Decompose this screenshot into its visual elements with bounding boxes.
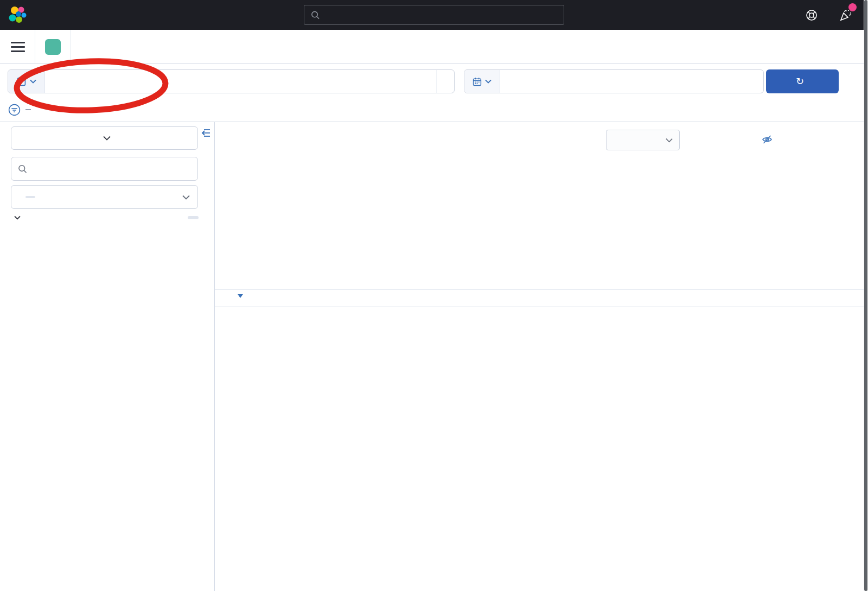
chevron-down-icon <box>485 79 492 84</box>
menu-icon[interactable] <box>11 42 25 52</box>
divider <box>71 30 71 64</box>
divider <box>35 30 35 64</box>
global-search-input[interactable] <box>326 10 557 20</box>
field-search-box[interactable] <box>11 157 198 181</box>
saved-query-icon <box>17 77 26 86</box>
hits-header <box>215 122 868 157</box>
divider <box>25 109 31 110</box>
app-navbar <box>0 30 868 64</box>
saved-query-menu[interactable] <box>8 70 45 93</box>
elastic-logo-icon <box>8 5 27 25</box>
field-search-input[interactable] <box>32 163 191 174</box>
help-icon[interactable] <box>805 9 818 22</box>
index-pattern-select[interactable] <box>11 126 198 150</box>
filter-bar <box>0 98 868 122</box>
histogram-chart[interactable] <box>215 157 868 290</box>
available-fields-header[interactable] <box>14 215 199 220</box>
notification-dot <box>848 3 857 11</box>
search-icon <box>311 10 320 20</box>
collapse-sidebar-icon[interactable] <box>200 128 211 138</box>
date-quick-menu[interactable] <box>464 70 500 93</box>
global-search-bar[interactable] <box>304 5 564 25</box>
chevron-down-icon <box>666 138 673 143</box>
column-header-time[interactable] <box>234 293 243 298</box>
global-header <box>0 0 868 30</box>
interval-select[interactable] <box>606 130 680 150</box>
discover-app-badge[interactable] <box>45 39 61 55</box>
scrollbar-thumb[interactable] <box>864 0 867 591</box>
available-fields-count-badge <box>188 216 199 219</box>
chevron-down-icon <box>30 79 36 84</box>
filter-icon[interactable] <box>8 103 21 117</box>
chevron-down-icon <box>103 136 111 141</box>
calendar-icon <box>473 77 482 86</box>
chevron-down-icon <box>182 195 190 200</box>
date-picker[interactable] <box>464 69 764 93</box>
fields-sidebar <box>0 122 215 591</box>
results-table-header <box>215 289 868 307</box>
query-input-box[interactable] <box>8 69 455 93</box>
sort-desc-icon <box>238 294 243 298</box>
type-filter-count-badge <box>25 196 35 198</box>
refresh-icon: ↻ <box>796 77 804 86</box>
hide-chart-button[interactable] <box>762 135 777 144</box>
query-language-button[interactable] <box>436 70 454 93</box>
discover-main <box>215 122 868 591</box>
eye-slash-icon <box>762 135 773 144</box>
filter-by-type-select[interactable] <box>11 185 198 209</box>
search-icon <box>18 164 27 174</box>
query-bar: ↻ <box>0 64 868 98</box>
kibana-discover-page: ↻ <box>0 0 868 591</box>
refresh-button[interactable]: ↻ <box>766 69 839 93</box>
chevron-down-icon <box>14 215 21 220</box>
elastic-brand[interactable] <box>8 5 33 25</box>
page-scrollbar[interactable] <box>864 0 868 591</box>
